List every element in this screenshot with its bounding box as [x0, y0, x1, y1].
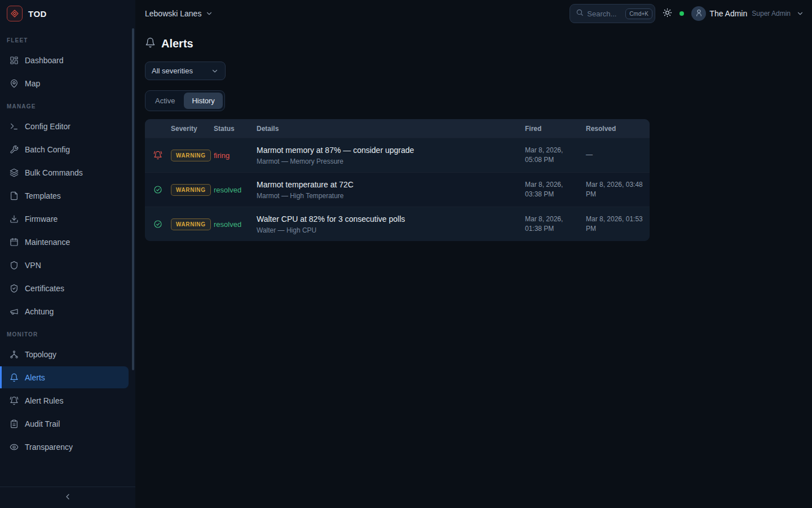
sidebar-section: MANAGE Config Editor Batch Config Bulk C…	[0, 95, 135, 322]
megaphone-icon	[10, 307, 19, 316]
avatar	[691, 6, 706, 21]
page-content: Alerts All severities Active History Sev…	[135, 27, 812, 241]
tab-active[interactable]: Active	[147, 93, 183, 109]
chevron-down-icon	[796, 10, 804, 17]
alert-title: Marmot memory at 87% — consider upgrade	[257, 146, 525, 155]
user-icon	[695, 8, 703, 19]
chevron-down-icon	[205, 10, 213, 17]
search-shortcut-badge: Cmd+K	[625, 8, 652, 19]
sidebar-section-label: MANAGE	[0, 95, 135, 114]
org-selector-label: Lebowski Lanes	[145, 9, 201, 18]
topbar: Lebowski Lanes Cmd+K	[135, 0, 812, 27]
table-row[interactable]: WARNING resolved Walter CPU at 82% for 3…	[145, 207, 650, 241]
alert-subtitle: Walter — High CPU	[257, 226, 525, 234]
logo-row: TOD	[0, 0, 135, 27]
alert-title: Marmot temperature at 72C	[257, 180, 525, 189]
resolved-time: Mar 8, 2026, 01:53 PM	[586, 214, 650, 234]
sidebar-item-config-editor[interactable]: Config Editor	[0, 115, 135, 137]
table-body: WARNING firing Marmot memory at 87% — co…	[145, 138, 650, 241]
user-role: Super Admin	[752, 10, 791, 17]
calendar-icon	[10, 238, 19, 247]
map-pin-icon	[10, 79, 19, 88]
resolved-time: Mar 8, 2026, 03:48 PM	[586, 180, 650, 200]
sidebar-nav: FLEET Dashboard Map MANAGE Config Editor…	[0, 27, 135, 487]
status-text: resolved	[214, 220, 257, 229]
bell-ring-icon	[145, 151, 171, 160]
table-row[interactable]: WARNING firing Marmot memory at 87% — co…	[145, 138, 650, 172]
sidebar-item-audit-trail[interactable]: Audit Trail	[0, 413, 135, 435]
sidebar-item-topology[interactable]: Topology	[0, 343, 135, 365]
app-name: TOD	[28, 9, 47, 19]
fired-time: Mar 8, 2026, 03:38 PM	[525, 180, 586, 200]
header-cell-status: Status	[214, 125, 257, 133]
alerts-table: Severity Status Details Fired Resolved W…	[145, 119, 650, 241]
sidebar-item-templates[interactable]: Templates	[0, 185, 135, 207]
sidebar-collapse-button[interactable]	[0, 487, 135, 508]
download-icon	[10, 214, 19, 224]
connection-status-dot	[679, 11, 684, 16]
main-column: Lebowski Lanes Cmd+K	[135, 0, 812, 508]
theme-toggle-button[interactable]	[663, 8, 672, 20]
fired-time: Mar 8, 2026, 05:08 PM	[525, 146, 586, 165]
clipboard-icon	[10, 419, 19, 428]
sun-icon	[663, 8, 672, 20]
bell-ring-icon	[10, 396, 19, 405]
eye-icon	[10, 443, 19, 452]
sidebar-section-label: FLEET	[0, 29, 135, 48]
page-title: Alerts	[161, 37, 193, 50]
sidebar-item-bulk-commands[interactable]: Bulk Commands	[0, 161, 135, 183]
sidebar-item-firmware[interactable]: Firmware	[0, 208, 135, 230]
chevron-left-icon	[63, 492, 72, 503]
shield-check-icon	[10, 284, 19, 293]
sidebar-item-alerts[interactable]: Alerts	[0, 366, 129, 388]
severity-filter-value: All severities	[152, 67, 193, 75]
tab-history[interactable]: History	[184, 93, 222, 109]
network-icon	[10, 350, 19, 359]
sidebar-scrollbar[interactable]	[132, 28, 134, 370]
severity-badge: WARNING	[171, 150, 211, 161]
search-icon	[576, 8, 584, 19]
page-header: Alerts	[145, 37, 802, 50]
file-icon	[10, 191, 19, 200]
sidebar-item-achtung[interactable]: Achtung	[0, 300, 135, 322]
layers-icon	[10, 168, 19, 177]
sidebar-item-alert-rules[interactable]: Alert Rules	[0, 389, 135, 411]
check-circle-icon	[145, 220, 171, 229]
severity-badge: WARNING	[171, 184, 211, 196]
search-input[interactable]	[587, 10, 622, 18]
header-cell-severity: Severity	[171, 125, 214, 133]
alerts-tabs: Active History	[145, 90, 225, 111]
user-menu[interactable]: The Admin Super Admin	[691, 6, 804, 21]
sidebar-section: FLEET Dashboard Map	[0, 29, 135, 94]
sidebar-item-batch-config[interactable]: Batch Config	[0, 138, 135, 160]
topbar-right: Cmd+K The Admin Super Admin	[570, 4, 804, 23]
table-row[interactable]: WARNING resolved Marmot temperature at 7…	[145, 172, 650, 207]
table-header: Severity Status Details Fired Resolved	[145, 119, 650, 138]
sidebar-item-certificates[interactable]: Certificates	[0, 277, 135, 299]
sidebar: TOD FLEET Dashboard Map MANAGE Config Ed…	[0, 0, 135, 508]
alert-title: Walter CPU at 82% for 3 consecutive poll…	[257, 214, 525, 224]
sidebar-item-dashboard[interactable]: Dashboard	[0, 49, 135, 71]
sidebar-item-vpn[interactable]: VPN	[0, 254, 135, 276]
sidebar-item-transparency[interactable]: Transparency	[0, 436, 135, 458]
header-cell-details: Details	[257, 125, 525, 133]
search-box[interactable]: Cmd+K	[570, 4, 655, 23]
sidebar-section: MONITOR Topology Alerts Alert Rules Audi…	[0, 323, 135, 458]
status-text: firing	[214, 151, 257, 160]
severity-badge: WARNING	[171, 218, 211, 230]
terminal-icon	[10, 122, 19, 131]
shield-icon	[10, 261, 19, 270]
alert-subtitle: Marmot — High Temperature	[257, 192, 525, 200]
sidebar-item-maintenance[interactable]: Maintenance	[0, 231, 135, 253]
org-selector[interactable]: Lebowski Lanes	[145, 9, 213, 18]
status-text: resolved	[214, 186, 257, 194]
bell-icon	[145, 37, 156, 50]
wrench-icon	[10, 145, 19, 154]
severity-filter-select[interactable]: All severities	[145, 62, 226, 80]
chevron-down-icon	[211, 67, 219, 75]
alert-subtitle: Marmot — Memory Pressure	[257, 157, 525, 165]
sidebar-item-map[interactable]: Map	[0, 72, 135, 94]
check-circle-icon	[145, 185, 171, 194]
app-logo-icon	[7, 6, 23, 21]
fired-time: Mar 8, 2026, 01:38 PM	[525, 214, 586, 234]
